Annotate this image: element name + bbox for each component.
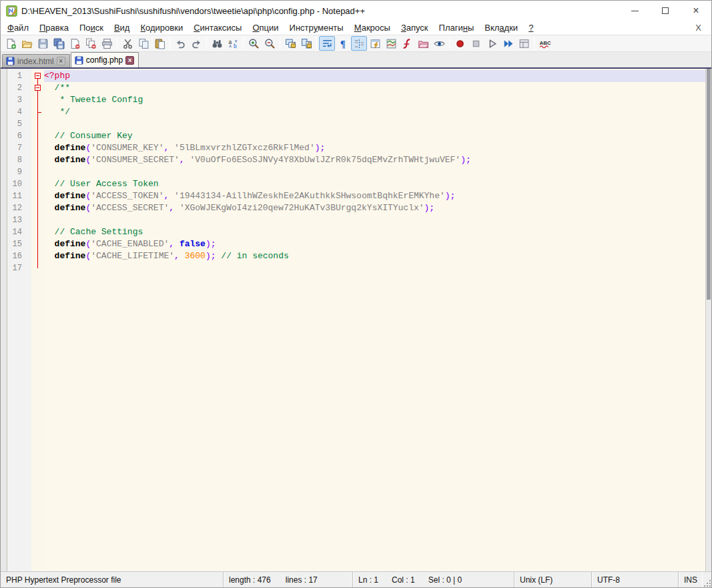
menu-item-6[interactable]: Опции — [247, 21, 284, 34]
resize-grip[interactable] — [703, 579, 711, 587]
cut-button[interactable] — [119, 36, 135, 51]
line-number: 2 — [1, 82, 31, 94]
close-document-button[interactable]: X — [692, 22, 705, 33]
status-encoding[interactable]: UTF-8 — [592, 572, 679, 587]
code-text[interactable]: define('ACCESS_SECRET', 'XGoWJEKgWoI4zi2… — [44, 202, 705, 214]
code-text[interactable]: */ — [44, 106, 705, 118]
new-file-icon — [5, 38, 17, 49]
new-file-button[interactable] — [3, 36, 19, 51]
record-macro-icon — [454, 38, 466, 49]
code-text[interactable]: define('ACCESS_TOKEN', '19443134-AillhWZ… — [44, 190, 705, 202]
fold-collapse-icon[interactable] — [31, 70, 44, 82]
code-text[interactable] — [44, 214, 705, 226]
document-map-button[interactable] — [383, 36, 399, 51]
save-all-icon — [53, 38, 65, 49]
spell-check-button[interactable]: ABC — [537, 36, 553, 51]
zoom-in-button[interactable] — [246, 36, 262, 51]
editor[interactable]: 1<?php2 /**3 * Tweetie Config4 */56 // C… — [1, 69, 711, 571]
maximize-button[interactable] — [650, 1, 681, 21]
code-text[interactable]: // Cache Settings — [44, 226, 705, 238]
replace-button[interactable]: ab — [225, 36, 241, 51]
minimize-button[interactable] — [619, 1, 650, 21]
paste-button[interactable] — [151, 36, 167, 51]
close-button[interactable]: × — [681, 1, 711, 21]
code-text[interactable]: define('CACHE_ENABLED', false); — [44, 238, 705, 250]
line-number: 7 — [1, 142, 31, 154]
code-text[interactable]: define('CACHE_LIFETIME', 3600); // in se… — [44, 250, 705, 262]
monitor-icon — [434, 38, 445, 49]
word-wrap-button[interactable] — [319, 36, 335, 51]
menu-item-5[interactable]: Синтаксисы — [188, 21, 247, 34]
notepadpp-window: D:\HEAVEN_2013\SushiFushi\sushifushi\ven… — [0, 0, 712, 588]
tab-close-icon[interactable]: × — [57, 57, 65, 65]
tab-close-icon[interactable]: × — [125, 56, 134, 65]
fold-line — [31, 178, 44, 190]
tab-config.php[interactable]: config.php× — [71, 52, 139, 67]
stop-macro-button[interactable] — [468, 36, 484, 51]
line-number: 4 — [1, 106, 31, 118]
fold-collapse-icon[interactable] — [31, 82, 44, 94]
menu-item-11[interactable]: Вкладки — [479, 21, 523, 34]
play-macro-button[interactable] — [484, 36, 500, 51]
code-text[interactable]: define('CONSUMER_SECRET', 'V0uOfFo6ESoSJ… — [44, 154, 705, 166]
find-button[interactable] — [209, 36, 225, 51]
open-file-button[interactable] — [19, 36, 35, 51]
run-macro-multiple-button[interactable] — [500, 36, 516, 51]
close-file-button[interactable] — [67, 36, 83, 51]
status-eol-format[interactable]: Unix (LF) — [514, 572, 592, 587]
code-text[interactable]: <?php — [44, 70, 705, 82]
menu-item-1[interactable]: Правка — [34, 21, 74, 34]
length-label: length : 476 — [229, 575, 271, 585]
code-text[interactable]: /** — [44, 82, 705, 94]
menu-item-3[interactable]: Вид — [109, 21, 135, 34]
menu-item-7[interactable]: Инструменты — [284, 21, 349, 34]
sync-horizontal-button[interactable] — [298, 36, 314, 51]
status-length: length : 476 lines : 17 — [224, 572, 353, 587]
vertical-scrollbar[interactable] — [705, 69, 711, 571]
print-button[interactable] — [99, 36, 115, 51]
line-number: 16 — [1, 250, 31, 262]
close-all-button[interactable] — [83, 36, 99, 51]
function-completion-button[interactable] — [367, 36, 383, 51]
menu-item-9[interactable]: Запуск — [396, 21, 434, 34]
save-all-button[interactable] — [51, 36, 67, 51]
zoom-out-button[interactable] — [262, 36, 278, 51]
redo-button[interactable] — [188, 36, 204, 51]
indent-guide-button[interactable] — [351, 36, 367, 51]
line-number: 11 — [1, 190, 31, 202]
show-all-characters-button[interactable]: ¶ — [335, 36, 351, 51]
save-button[interactable] — [35, 36, 51, 51]
stop-macro-icon — [470, 38, 482, 49]
close-file-icon — [69, 38, 81, 49]
tab-index.html[interactable]: index.html× — [2, 54, 70, 67]
code-line-7: 7 define('CONSUMER_KEY', '5lBLmxvrzhlZGT… — [1, 142, 705, 154]
paste-icon — [154, 38, 165, 49]
folder-as-workspace-button[interactable] — [415, 36, 431, 51]
code-text[interactable]: // User Access Token — [44, 178, 705, 190]
code-text[interactable]: // Consumer Key — [44, 130, 705, 142]
menu-item-12[interactable]: ? — [523, 21, 539, 34]
menu-item-10[interactable]: Плагины — [434, 21, 480, 34]
status-doc-type: PHP Hypertext Preprocessor file — [1, 572, 224, 587]
sync-vertical-button[interactable] — [282, 36, 298, 51]
scrollbar-thumb[interactable] — [707, 69, 711, 300]
menu-item-2[interactable]: Поиск — [74, 21, 109, 34]
doc-type-label: PHP Hypertext Preprocessor file — [6, 575, 121, 585]
run-script-button[interactable] — [399, 36, 415, 51]
code-text[interactable]: define('CONSUMER_KEY', '5lBLmxvrzhlZGTxc… — [44, 142, 705, 154]
code-text[interactable] — [44, 166, 705, 178]
code-text[interactable] — [44, 118, 705, 130]
save-macro-button[interactable] — [516, 36, 532, 51]
monitor-button[interactable] — [431, 36, 447, 51]
code-text[interactable] — [44, 262, 705, 274]
cut-icon — [122, 38, 133, 49]
menu-item-0[interactable]: Файл — [2, 21, 34, 34]
undo-button[interactable] — [172, 36, 188, 51]
record-macro-button[interactable] — [452, 36, 468, 51]
status-insert-mode[interactable]: INS — [679, 572, 702, 587]
copy-button[interactable] — [135, 36, 151, 51]
menu-item-4[interactable]: Кодировки — [135, 21, 188, 34]
sync-horizontal-icon — [301, 38, 312, 49]
code-text[interactable]: * Tweetie Config — [44, 94, 705, 106]
menu-item-8[interactable]: Макросы — [349, 21, 396, 34]
